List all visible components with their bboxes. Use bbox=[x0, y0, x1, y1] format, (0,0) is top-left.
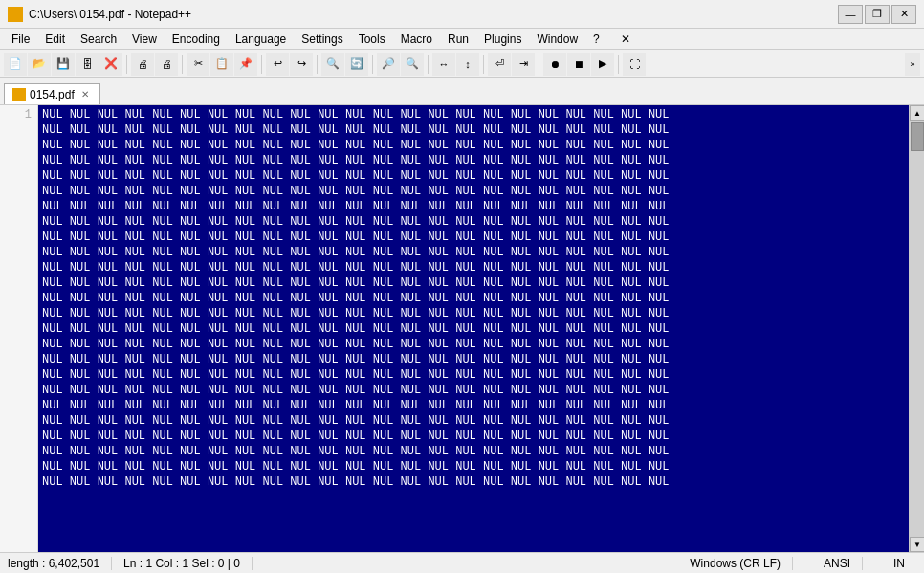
toolbar-fullscreen-button[interactable]: ⛶ bbox=[623, 53, 646, 76]
scroll-up-button[interactable]: ▲ bbox=[910, 105, 924, 121]
toolbar-new-button[interactable]: 📄 bbox=[4, 53, 27, 76]
nul-token: NUL bbox=[428, 459, 449, 474]
toolbar-print-button[interactable]: 🖨 bbox=[131, 53, 154, 76]
scroll-down-button[interactable]: ▼ bbox=[910, 537, 924, 552]
toolbar-macro-rec-button[interactable]: ⏺ bbox=[543, 53, 566, 76]
nul-token: NUL bbox=[42, 107, 63, 122]
nul-token: NUL bbox=[235, 398, 256, 413]
nul-token: NUL bbox=[483, 184, 504, 199]
nul-token: NUL bbox=[511, 367, 532, 383]
nul-token: NUL bbox=[373, 138, 394, 153]
nul-token: NUL bbox=[428, 214, 449, 230]
editor-line: NUL NUL NUL NUL NUL NUL NUL NUL NUL NUL … bbox=[42, 367, 905, 383]
toolbar-save-button[interactable]: 💾 bbox=[52, 53, 75, 76]
menu-close-button[interactable]: ✕ bbox=[615, 31, 636, 48]
menu-file[interactable]: File bbox=[4, 31, 37, 48]
nul-token: NUL bbox=[455, 275, 476, 291]
editor-area[interactable]: NUL NUL NUL NUL NUL NUL NUL NUL NUL NUL … bbox=[38, 105, 909, 552]
nul-token: NUL bbox=[593, 398, 614, 413]
menu-window[interactable]: Window bbox=[529, 31, 585, 48]
tab-file-icon bbox=[12, 88, 26, 101]
menu-help[interactable]: ? bbox=[585, 31, 607, 48]
toolbar-more-button[interactable]: » bbox=[905, 53, 920, 76]
nul-token: NUL bbox=[290, 321, 311, 337]
menu-settings[interactable]: Settings bbox=[294, 31, 350, 48]
nul-token: NUL bbox=[318, 459, 339, 474]
toolbar-replace-button[interactable]: 🔄 bbox=[345, 53, 368, 76]
nul-token: NUL bbox=[98, 107, 119, 122]
nul-token: NUL bbox=[428, 383, 449, 398]
nul-token: NUL bbox=[428, 352, 449, 367]
nul-token: NUL bbox=[428, 260, 449, 275]
nul-token: NUL bbox=[401, 398, 422, 413]
toolbar-zoom-in-button[interactable]: 🔎 bbox=[377, 53, 400, 76]
nul-token: NUL bbox=[539, 306, 560, 321]
nul-token: NUL bbox=[42, 275, 63, 291]
restore-button[interactable]: ❐ bbox=[865, 5, 890, 24]
toolbar-close-button[interactable]: ❌ bbox=[99, 53, 122, 76]
tab-tab1[interactable]: 0154.pdf✕ bbox=[4, 83, 100, 104]
nul-token: NUL bbox=[152, 306, 173, 321]
toolbar-zoom-out-button[interactable]: 🔍 bbox=[401, 53, 424, 76]
nul-token: NUL bbox=[649, 398, 670, 413]
toolbar-indent-button[interactable]: ⇥ bbox=[512, 53, 535, 76]
nul-token: NUL bbox=[318, 337, 339, 352]
scroll-track[interactable] bbox=[910, 121, 924, 537]
toolbar-find-button[interactable]: 🔍 bbox=[321, 53, 344, 76]
nul-token: NUL bbox=[373, 321, 394, 337]
nul-token: NUL bbox=[124, 321, 145, 337]
menu-macro[interactable]: Macro bbox=[393, 31, 440, 48]
toolbar-paste-button[interactable]: 📌 bbox=[234, 53, 257, 76]
minimize-button[interactable]: — bbox=[838, 5, 863, 24]
nul-token: NUL bbox=[290, 398, 311, 413]
nul-token: NUL bbox=[290, 306, 311, 321]
nul-token: NUL bbox=[539, 398, 560, 413]
nul-token: NUL bbox=[263, 291, 284, 306]
nul-token: NUL bbox=[621, 321, 642, 337]
toolbar-sync-h-button[interactable]: ↔ bbox=[432, 53, 455, 76]
toolbar-save-all-button[interactable]: 🗄 bbox=[76, 53, 99, 76]
close-button[interactable]: ✕ bbox=[891, 5, 916, 24]
nul-token: NUL bbox=[565, 184, 586, 199]
toolbar-redo-button[interactable]: ↪ bbox=[290, 53, 313, 76]
toolbar-open-button[interactable]: 📂 bbox=[28, 53, 51, 76]
toolbar-sync-v-button[interactable]: ↕ bbox=[456, 53, 479, 76]
nul-token: NUL bbox=[208, 383, 229, 398]
nul-token: NUL bbox=[455, 168, 476, 184]
nul-token: NUL bbox=[428, 184, 449, 199]
toolbar-print2-button[interactable]: 🖨 bbox=[155, 53, 178, 76]
nul-token: NUL bbox=[511, 184, 532, 199]
nul-token: NUL bbox=[263, 122, 284, 138]
nul-token: NUL bbox=[42, 153, 63, 168]
menu-encoding[interactable]: Encoding bbox=[165, 31, 228, 48]
menu-search[interactable]: Search bbox=[73, 31, 124, 48]
nul-token: NUL bbox=[70, 199, 91, 214]
nul-token: NUL bbox=[483, 337, 504, 352]
toolbar-wrap-button[interactable]: ⏎ bbox=[488, 53, 511, 76]
nul-token: NUL bbox=[124, 214, 145, 230]
nul-token: NUL bbox=[70, 184, 91, 199]
scroll-thumb[interactable] bbox=[911, 122, 924, 151]
nul-token: NUL bbox=[593, 153, 614, 168]
toolbar-cut-button[interactable]: ✂ bbox=[187, 53, 209, 76]
menu-edit[interactable]: Edit bbox=[37, 31, 73, 48]
menu-tools[interactable]: Tools bbox=[351, 31, 393, 48]
toolbar-macro-stop-button[interactable]: ⏹ bbox=[567, 53, 590, 76]
menu-language[interactable]: Language bbox=[228, 31, 294, 48]
nul-token: NUL bbox=[428, 153, 449, 168]
toolbar-undo-button[interactable]: ↩ bbox=[266, 53, 289, 76]
nul-token: NUL bbox=[263, 352, 284, 367]
tab-close-button[interactable]: ✕ bbox=[78, 88, 92, 101]
nul-token: NUL bbox=[318, 367, 339, 383]
vertical-scrollbar[interactable]: ▲ ▼ bbox=[909, 105, 924, 552]
menu-view[interactable]: View bbox=[124, 31, 165, 48]
menu-plugins[interactable]: Plugins bbox=[476, 31, 529, 48]
nul-token: NUL bbox=[152, 184, 173, 199]
nul-token: NUL bbox=[483, 107, 504, 122]
menu-run[interactable]: Run bbox=[440, 31, 476, 48]
nul-token: NUL bbox=[263, 184, 284, 199]
toolbar-macro-play-button[interactable]: ▶ bbox=[591, 53, 614, 76]
nul-token: NUL bbox=[152, 321, 173, 337]
toolbar-copy-button[interactable]: 📋 bbox=[210, 53, 233, 76]
nul-token: NUL bbox=[345, 199, 366, 214]
